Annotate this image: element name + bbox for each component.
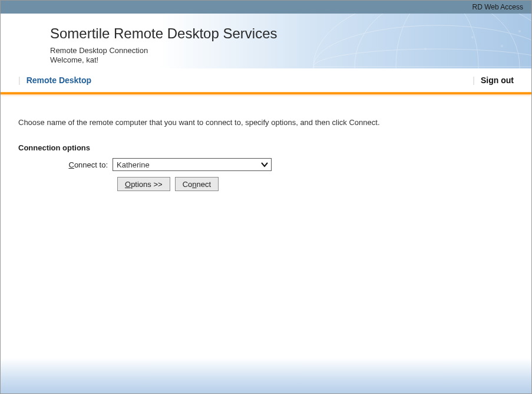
connect-button[interactable]: Connect (175, 177, 219, 191)
intro-text: Choose name of the remote computer that … (18, 118, 514, 127)
top-bar: RD Web Access (1, 1, 531, 14)
tab-remote-desktop[interactable]: Remote Desktop (27, 75, 91, 85)
button-row: Options >> Connect (117, 177, 514, 191)
section-heading: Connection options (18, 143, 514, 152)
globe-graphic (260, 14, 531, 68)
svg-point-6 (471, 36, 474, 38)
options-button[interactable]: Options >> (117, 177, 170, 191)
svg-point-8 (518, 30, 521, 32)
banner: Somertile Remote Desktop Services Remote… (1, 14, 531, 68)
page-title: Somertile Remote Desktop Services (50, 25, 277, 42)
footer-gradient (1, 358, 531, 393)
svg-point-7 (501, 45, 503, 47)
connect-to-value: Katherine (117, 160, 150, 169)
connect-to-label: Connect to: (18, 160, 113, 169)
sign-out-link[interactable]: Sign out (481, 75, 514, 85)
nav-separator: | (472, 75, 475, 85)
svg-point-0 (313, 14, 531, 68)
svg-point-4 (396, 14, 478, 68)
nav-bar: | Remote Desktop | Sign out (1, 68, 531, 92)
svg-point-2 (313, 49, 531, 68)
page-subtitle: Remote Desktop Connection (50, 46, 277, 55)
svg-point-13 (424, 48, 427, 50)
chevron-down-icon (260, 160, 269, 169)
connect-to-row: Connect to: Katherine (18, 158, 514, 171)
nav-separator: | (18, 75, 21, 85)
topbar-label: RD Web Access (472, 3, 523, 11)
main-content: Choose name of the remote computer that … (1, 94, 531, 203)
svg-point-1 (313, 25, 531, 68)
welcome-text: Welcome, kat! (50, 55, 277, 65)
connect-to-combo[interactable]: Katherine (113, 158, 272, 171)
svg-point-3 (355, 14, 520, 68)
